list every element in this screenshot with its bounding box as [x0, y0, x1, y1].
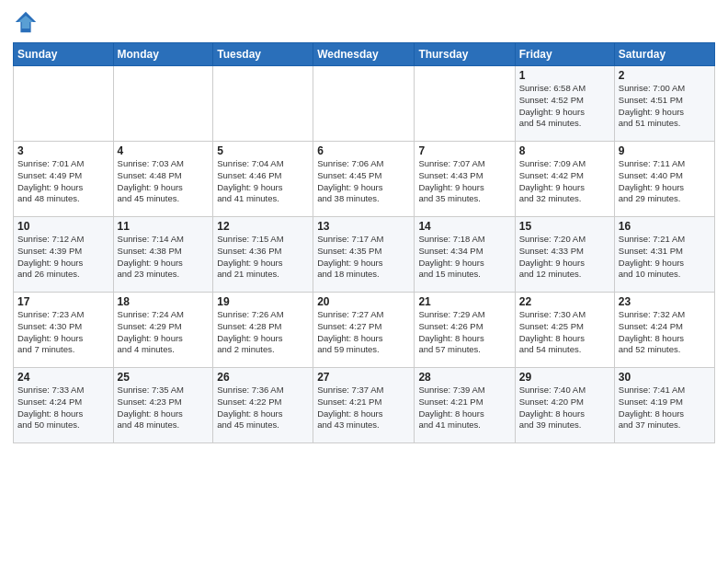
weekday-header-saturday: Saturday: [614, 43, 714, 66]
weekday-row: SundayMondayTuesdayWednesdayThursdayFrid…: [14, 43, 715, 66]
day-cell: 12Sunrise: 7:15 AM Sunset: 4:36 PM Dayli…: [213, 217, 313, 293]
day-info: Sunrise: 7:35 AM Sunset: 4:23 PM Dayligh…: [118, 385, 210, 431]
day-info: Sunrise: 7:29 AM Sunset: 4:26 PM Dayligh…: [418, 309, 510, 356]
day-info: Sunrise: 7:17 AM Sunset: 4:35 PM Dayligh…: [317, 234, 410, 281]
day-info: Sunrise: 7:30 AM Sunset: 4:25 PM Dayligh…: [519, 309, 610, 356]
day-number: 4: [118, 144, 210, 157]
week-row-2: 3Sunrise: 7:01 AM Sunset: 4:49 PM Daylig…: [14, 142, 715, 217]
day-info: Sunrise: 7:07 AM Sunset: 4:43 PM Dayligh…: [418, 158, 510, 205]
day-info: Sunrise: 7:32 AM Sunset: 4:24 PM Dayligh…: [619, 309, 711, 356]
calendar-header: SundayMondayTuesdayWednesdayThursdayFrid…: [14, 43, 715, 66]
day-number: 1: [519, 69, 610, 82]
day-cell: 5Sunrise: 7:04 AM Sunset: 4:46 PM Daylig…: [213, 142, 313, 217]
day-number: 20: [317, 295, 410, 308]
day-info: Sunrise: 7:18 AM Sunset: 4:34 PM Dayligh…: [418, 234, 510, 281]
day-info: Sunrise: 7:04 AM Sunset: 4:46 PM Dayligh…: [217, 158, 309, 205]
weekday-header-sunday: Sunday: [14, 43, 114, 66]
day-number: 8: [519, 144, 610, 157]
day-number: 15: [519, 220, 610, 233]
day-number: 14: [418, 220, 510, 233]
day-number: 30: [619, 371, 711, 384]
day-info: Sunrise: 7:00 AM Sunset: 4:51 PM Dayligh…: [619, 83, 711, 130]
day-cell: 11Sunrise: 7:14 AM Sunset: 4:38 PM Dayli…: [113, 217, 213, 293]
day-number: 6: [317, 144, 410, 157]
day-info: Sunrise: 7:11 AM Sunset: 4:40 PM Dayligh…: [619, 158, 711, 205]
day-cell: [113, 66, 213, 142]
day-cell: 25Sunrise: 7:35 AM Sunset: 4:23 PM Dayli…: [113, 368, 213, 443]
day-info: Sunrise: 7:12 AM Sunset: 4:39 PM Dayligh…: [17, 234, 109, 281]
day-info: Sunrise: 7:33 AM Sunset: 4:24 PM Dayligh…: [17, 385, 109, 431]
day-number: 3: [17, 144, 109, 157]
day-info: Sunrise: 7:36 AM Sunset: 4:22 PM Dayligh…: [217, 385, 309, 431]
day-cell: 22Sunrise: 7:30 AM Sunset: 4:25 PM Dayli…: [515, 293, 614, 368]
day-number: 21: [418, 295, 510, 308]
day-info: Sunrise: 7:21 AM Sunset: 4:31 PM Dayligh…: [619, 234, 711, 281]
day-number: 23: [619, 295, 711, 308]
day-number: 18: [118, 295, 210, 308]
day-number: 5: [217, 144, 309, 157]
day-cell: 9Sunrise: 7:11 AM Sunset: 4:40 PM Daylig…: [614, 142, 714, 217]
day-number: 19: [217, 295, 309, 308]
day-cell: 19Sunrise: 7:26 AM Sunset: 4:28 PM Dayli…: [213, 293, 313, 368]
day-number: 22: [519, 295, 610, 308]
day-number: 9: [619, 144, 711, 157]
weekday-header-thursday: Thursday: [415, 43, 515, 66]
day-cell: 15Sunrise: 7:20 AM Sunset: 4:33 PM Dayli…: [515, 217, 614, 293]
day-info: Sunrise: 7:14 AM Sunset: 4:38 PM Dayligh…: [118, 234, 210, 281]
day-cell: 24Sunrise: 7:33 AM Sunset: 4:24 PM Dayli…: [14, 368, 114, 443]
day-info: Sunrise: 7:27 AM Sunset: 4:27 PM Dayligh…: [317, 309, 410, 356]
week-row-3: 10Sunrise: 7:12 AM Sunset: 4:39 PM Dayli…: [14, 217, 715, 293]
day-info: Sunrise: 7:26 AM Sunset: 4:28 PM Dayligh…: [217, 309, 309, 356]
day-cell: 6Sunrise: 7:06 AM Sunset: 4:45 PM Daylig…: [313, 142, 415, 217]
day-info: Sunrise: 7:41 AM Sunset: 4:19 PM Dayligh…: [619, 385, 711, 431]
day-cell: [14, 66, 114, 142]
day-cell: 27Sunrise: 7:37 AM Sunset: 4:21 PM Dayli…: [313, 368, 415, 443]
day-cell: 16Sunrise: 7:21 AM Sunset: 4:31 PM Dayli…: [614, 217, 714, 293]
day-number: 28: [418, 371, 510, 384]
week-row-5: 24Sunrise: 7:33 AM Sunset: 4:24 PM Dayli…: [14, 368, 715, 443]
day-info: Sunrise: 7:24 AM Sunset: 4:29 PM Dayligh…: [118, 309, 210, 356]
day-info: Sunrise: 7:06 AM Sunset: 4:45 PM Dayligh…: [317, 158, 410, 205]
day-cell: 30Sunrise: 7:41 AM Sunset: 4:19 PM Dayli…: [614, 368, 714, 443]
day-number: 27: [317, 371, 410, 384]
day-info: Sunrise: 6:58 AM Sunset: 4:52 PM Dayligh…: [519, 83, 610, 130]
day-info: Sunrise: 7:03 AM Sunset: 4:48 PM Dayligh…: [118, 158, 210, 205]
day-number: 17: [17, 295, 109, 308]
day-cell: 20Sunrise: 7:27 AM Sunset: 4:27 PM Dayli…: [313, 293, 415, 368]
day-number: 29: [519, 371, 610, 384]
day-number: 10: [17, 220, 109, 233]
day-info: Sunrise: 7:15 AM Sunset: 4:36 PM Dayligh…: [217, 234, 309, 281]
day-info: Sunrise: 7:39 AM Sunset: 4:21 PM Dayligh…: [418, 385, 510, 431]
weekday-header-monday: Monday: [113, 43, 213, 66]
day-cell: 29Sunrise: 7:40 AM Sunset: 4:20 PM Dayli…: [515, 368, 614, 443]
day-cell: 3Sunrise: 7:01 AM Sunset: 4:49 PM Daylig…: [14, 142, 114, 217]
day-number: 2: [619, 69, 711, 82]
day-number: 11: [118, 220, 210, 233]
day-info: Sunrise: 7:01 AM Sunset: 4:49 PM Dayligh…: [17, 158, 109, 205]
page-container: SundayMondayTuesdayWednesdayThursdayFrid…: [0, 0, 728, 563]
day-cell: 8Sunrise: 7:09 AM Sunset: 4:42 PM Daylig…: [515, 142, 614, 217]
day-number: 12: [217, 220, 309, 233]
day-cell: 23Sunrise: 7:32 AM Sunset: 4:24 PM Dayli…: [614, 293, 714, 368]
day-cell: 28Sunrise: 7:39 AM Sunset: 4:21 PM Dayli…: [415, 368, 515, 443]
day-number: 25: [118, 371, 210, 384]
day-info: Sunrise: 7:23 AM Sunset: 4:30 PM Dayligh…: [17, 309, 109, 356]
day-cell: 17Sunrise: 7:23 AM Sunset: 4:30 PM Dayli…: [14, 293, 114, 368]
day-cell: 13Sunrise: 7:17 AM Sunset: 4:35 PM Dayli…: [313, 217, 415, 293]
day-number: 16: [619, 220, 711, 233]
day-info: Sunrise: 7:40 AM Sunset: 4:20 PM Dayligh…: [519, 385, 610, 431]
day-info: Sunrise: 7:20 AM Sunset: 4:33 PM Dayligh…: [519, 234, 610, 281]
day-info: Sunrise: 7:09 AM Sunset: 4:42 PM Dayligh…: [519, 158, 610, 205]
week-row-4: 17Sunrise: 7:23 AM Sunset: 4:30 PM Dayli…: [14, 293, 715, 368]
day-number: 13: [317, 220, 410, 233]
header: [13, 9, 715, 35]
day-cell: [415, 66, 515, 142]
weekday-header-wednesday: Wednesday: [313, 43, 415, 66]
day-number: 24: [17, 371, 109, 384]
day-cell: 26Sunrise: 7:36 AM Sunset: 4:22 PM Dayli…: [213, 368, 313, 443]
weekday-header-tuesday: Tuesday: [213, 43, 313, 66]
day-number: 7: [418, 144, 510, 157]
day-info: Sunrise: 7:37 AM Sunset: 4:21 PM Dayligh…: [317, 385, 410, 431]
day-cell: 21Sunrise: 7:29 AM Sunset: 4:26 PM Dayli…: [415, 293, 515, 368]
logo: [13, 9, 42, 35]
